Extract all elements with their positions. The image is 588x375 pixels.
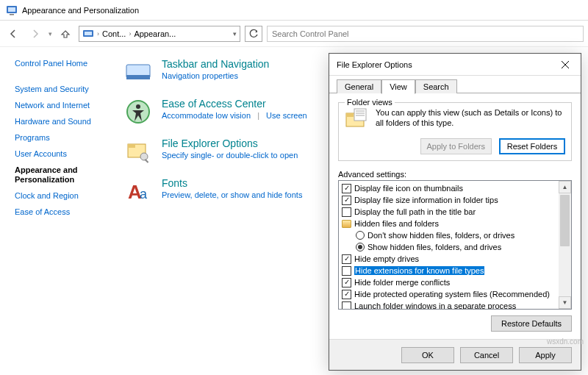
dialog-title: File Explorer Options (337, 60, 550, 69)
svg-rect-2 (10, 14, 14, 15)
ok-button[interactable]: OK (401, 347, 454, 363)
left-nav-clock-region[interactable]: Clock and Region (15, 191, 113, 201)
dialog-button-row: OK Cancel Apply (329, 339, 581, 370)
control-panel-home-link[interactable]: Control Panel Home (15, 59, 113, 68)
opt-display-full-path[interactable]: Display the full path in the title bar (354, 207, 476, 216)
link-fonts-preview[interactable]: Preview, delete, or show and hide fonts (162, 190, 302, 199)
opt-display-file-size[interactable]: Display file size information in folder … (354, 196, 498, 204)
control-panel-tiny-icon (82, 28, 94, 40)
chevron-right-icon[interactable]: › (96, 30, 101, 38)
opt-dont-show-hidden[interactable]: Don't show hidden files, folders, or dri… (368, 231, 514, 240)
file-explorer-options-icon (123, 137, 153, 166)
forward-button[interactable] (26, 25, 44, 43)
left-nav-network-internet[interactable]: Network and Internet (15, 101, 113, 110)
restore-defaults-button[interactable]: Restore Defaults (491, 315, 572, 332)
search-input[interactable] (267, 26, 584, 42)
left-nav-ease-of-access[interactable]: Ease of Access (15, 207, 113, 217)
control-panel-icon (6, 4, 18, 16)
window-titlebar: Appearance and Personalization (0, 0, 588, 21)
address-bar[interactable]: › Cont... › Appearan... ▾ (79, 26, 240, 42)
advanced-settings-label: Advanced settings: (338, 170, 572, 179)
chevron-right-icon[interactable]: › (127, 30, 132, 38)
opt-hide-protected-os-files[interactable]: Hide protected operating system files (R… (354, 290, 550, 299)
svg-rect-1 (8, 7, 15, 12)
scroll-thumb[interactable] (560, 195, 570, 246)
tab-view[interactable]: View (381, 79, 415, 94)
folder-views-group: Folder views You can apply this view (su… (338, 102, 572, 161)
cancel-button[interactable]: Cancel (460, 347, 513, 363)
link-accommodate-low-vision[interactable]: Accommodate low vision (162, 111, 251, 120)
history-chevron-icon[interactable]: ▾ (49, 30, 52, 38)
refresh-button[interactable] (245, 26, 262, 42)
left-nav-hardware-sound[interactable]: Hardware and Sound (15, 117, 113, 126)
file-explorer-options-dialog: File Explorer Options General View Searc… (329, 53, 581, 371)
advanced-settings-tree[interactable]: ✓Display file icon on thumbnails ✓Displa… (338, 180, 572, 310)
dialog-titlebar[interactable]: File Explorer Options (329, 54, 581, 76)
svg-rect-10 (128, 144, 135, 148)
left-nav-system-security[interactable]: System and Security (15, 85, 113, 94)
breadcrumb-appearance[interactable]: Appearan... (132, 29, 177, 38)
tab-search[interactable]: Search (415, 79, 457, 93)
svg-rect-18 (346, 113, 354, 117)
svg-rect-19 (354, 109, 366, 121)
scroll-down-button[interactable]: ▼ (559, 296, 571, 309)
back-button[interactable] (4, 25, 22, 43)
svg-point-11 (140, 153, 148, 160)
link-single-double-click[interactable]: Specify single- or double-click to open (162, 151, 298, 160)
opt-hide-extensions[interactable]: Hide extensions for known file types (354, 266, 484, 275)
link-navigation-properties[interactable]: Navigation properties (162, 71, 238, 80)
opt-hide-empty-drives[interactable]: Hide empty drives (354, 254, 419, 263)
folder-views-description: You can apply this view (such as Details… (376, 107, 565, 128)
ease-of-access-icon (123, 97, 153, 126)
left-nav-programs[interactable]: Programs (15, 133, 113, 143)
reset-folders-button[interactable]: Reset Folders (499, 138, 565, 154)
svg-point-8 (136, 104, 140, 109)
close-button[interactable] (550, 54, 581, 75)
scroll-up-button[interactable]: ▲ (559, 181, 571, 193)
opt-display-file-icon[interactable]: Display file icon on thumbnails (354, 184, 463, 193)
left-nav: Control Panel Home System and Security N… (0, 47, 116, 375)
up-button[interactable] (57, 25, 74, 43)
tree-scrollbar[interactable]: ▲ ▼ (559, 181, 571, 309)
opt-launch-separate-process[interactable]: Launch folder windows in a separate proc… (354, 301, 516, 309)
window-title: Appearance and Personalization (22, 6, 139, 15)
taskbar-icon (123, 57, 153, 87)
opt-hide-merge-conflicts[interactable]: Hide folder merge conflicts (354, 278, 450, 287)
chevron-down-icon[interactable]: ▾ (232, 30, 238, 38)
apply-button[interactable]: Apply (519, 347, 572, 363)
apply-to-folders-button[interactable]: Apply to Folders (420, 138, 492, 154)
fonts-icon: Aa (123, 176, 153, 206)
opt-hidden-files-folder: Hidden files and folders (354, 219, 439, 228)
svg-rect-4 (85, 32, 92, 35)
opt-show-hidden[interactable]: Show hidden files, folders, and drives (368, 243, 501, 251)
breadcrumb-control-panel[interactable]: Cont... (101, 29, 127, 38)
folder-views-icon (345, 107, 368, 132)
folder-icon (342, 220, 351, 228)
tab-general[interactable]: General (337, 79, 381, 93)
left-nav-user-accounts[interactable]: User Accounts (15, 149, 113, 159)
left-nav-appearance-personalization[interactable]: Appearance and Personalization (15, 165, 113, 185)
svg-text:a: a (140, 187, 148, 201)
tab-strip: General View Search (329, 76, 581, 93)
folder-views-legend: Folder views (345, 98, 395, 107)
navigation-toolbar: ▾ › Cont... › Appearan... ▾ (0, 21, 588, 47)
svg-rect-6 (126, 75, 150, 79)
link-use-screen-reader[interactable]: Use screen (266, 111, 307, 120)
